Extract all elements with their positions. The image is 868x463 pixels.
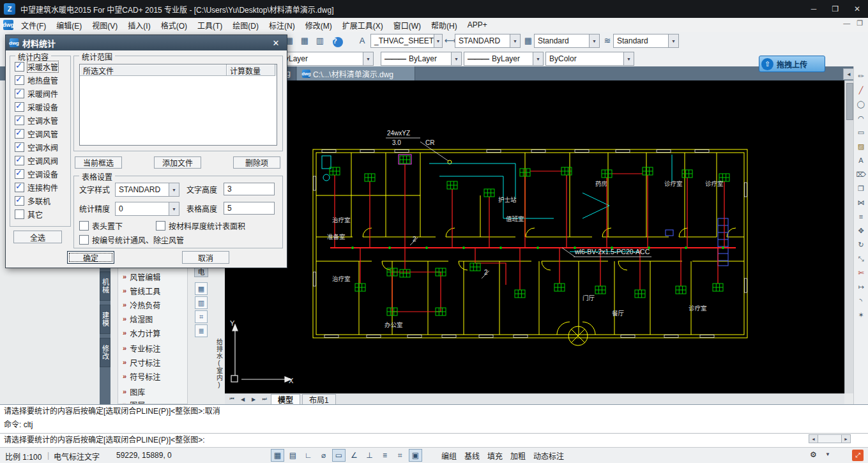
precision-combo[interactable]: 0▼ (115, 202, 179, 216)
command-prompt[interactable]: 请选择要统计的内容后按确定[选取闭合PLINE(P)]<整张图>: (0, 433, 868, 447)
checkbox-connectors[interactable]: 连接构件 (15, 183, 58, 192)
menu-view[interactable]: 视图(V) (87, 19, 123, 32)
offset-icon[interactable]: ≡ (855, 211, 867, 222)
bold-toggle[interactable]: 加粗 (507, 450, 529, 461)
menu-app-plus[interactable]: APP+ (462, 19, 492, 31)
checkbox-by-number[interactable]: 按编号统计通风、除尘风管 (79, 235, 184, 245)
mirror-icon[interactable]: ⋈ (855, 197, 867, 208)
checkbox-header-bottom[interactable]: 表头置下 (79, 221, 123, 231)
select-all-button[interactable]: 全选 (13, 231, 62, 243)
trim-icon[interactable]: ✄ (855, 267, 867, 278)
extend-icon[interactable]: ↦ (855, 281, 867, 292)
polar-toggle-icon[interactable]: ⌀ (317, 449, 330, 462)
erase-icon[interactable]: ⌦ (855, 169, 867, 180)
menu-window[interactable]: 窗口(W) (388, 19, 426, 32)
grid-toggle-icon[interactable]: ▦ (271, 449, 284, 462)
dynamic-dim-toggle[interactable]: 动态标注 (530, 450, 567, 461)
gear-icon[interactable]: ⚙ (810, 450, 817, 459)
dialog-title-bar[interactable]: dwg 材料统计 ✕ (6, 35, 287, 50)
menu-help[interactable]: 帮助(H) (426, 19, 462, 32)
checkbox-ac-water-valve[interactable]: 空调水阀 (15, 142, 58, 152)
menu-item-library[interactable]: »图库 (118, 385, 187, 398)
elec-palette-icon-1[interactable]: ▦ (195, 282, 208, 295)
menu-file[interactable]: 文件(F) (16, 19, 51, 32)
tab-plumbing[interactable]: 给排水(室内) (213, 338, 225, 399)
close-button[interactable]: ✕ (846, 0, 868, 18)
add-file-button[interactable]: 添加文件 (154, 156, 201, 169)
delete-item-button[interactable]: 删除项 (233, 156, 280, 169)
status-caret-icon[interactable]: ▼ (825, 452, 830, 457)
group-toggle[interactable]: 编组 (438, 450, 460, 461)
drag-upload-button[interactable]: ⇧ 拖拽上传 (759, 56, 825, 72)
prev-layout-icon[interactable]: ◀ (238, 397, 247, 402)
checkbox-heating-equipment[interactable]: 采暖设备 (15, 102, 58, 112)
color-combo[interactable]: ———ByLayer ▼ (381, 52, 462, 66)
menu-item-load-calc[interactable]: »冷热负荷 (118, 298, 187, 311)
drawing-canvas[interactable]: 治疗室 准备室 治疗室 办公室 护士站 值班室 药房 诊疗室 诊疗室 门厅 餐厅… (225, 80, 844, 393)
circle-icon[interactable]: ◯ (855, 98, 867, 110)
text-icon[interactable]: A (855, 155, 867, 166)
tab-layout1[interactable]: 布局1 (302, 394, 336, 405)
menu-item-psychrometric[interactable]: »焓湿图 (118, 312, 187, 325)
mline-style-icon[interactable]: ≋ (600, 33, 614, 47)
mline-style-combo[interactable]: Standard▼ (613, 34, 679, 48)
menu-item-duct-edit[interactable]: »风管编辑 (118, 270, 187, 283)
tab-model[interactable]: 模型 (271, 394, 300, 405)
checkbox-heating-valve[interactable]: 采暖阀件 (15, 89, 58, 98)
elec-palette-icon-2[interactable]: ▥ (195, 296, 208, 309)
table-style-icon[interactable]: ▦ (521, 33, 535, 47)
annotation-mode[interactable]: 电气标注文字 (54, 451, 100, 462)
menu-dimension[interactable]: 标注(N) (264, 19, 300, 32)
menu-tools[interactable]: 工具(T) (192, 19, 227, 32)
doc-minimize-icon[interactable]: — (843, 19, 850, 27)
selected-files-list[interactable]: 所选文件 计算数量 (79, 64, 277, 146)
layer-combo[interactable]: ByLayer▼ (276, 52, 374, 66)
menu-item-pipe-tools[interactable]: »管线工具 (118, 284, 187, 297)
dyn-ucs-toggle-icon[interactable]: ⌗ (393, 449, 407, 462)
menu-item-layers[interactable]: »图层 (118, 398, 187, 404)
file-tab-active[interactable]: dwg C:\...\材料清单演示.dwg (297, 66, 415, 80)
fullscreen-icon[interactable]: ⤢ (852, 450, 864, 461)
cancel-button[interactable]: 取消 (182, 251, 229, 264)
menu-item-hydraulic-calc[interactable]: »水力计算 (118, 326, 187, 339)
dialog-text-style-combo[interactable]: STANDARD▼ (115, 183, 179, 197)
menu-modify[interactable]: 修改(M) (300, 19, 337, 32)
osnap-toggle-icon[interactable]: ▭ (332, 449, 346, 462)
doc-restore-icon[interactable]: ❐ (857, 19, 863, 27)
checkbox-other[interactable]: 其它 (15, 209, 43, 219)
lineweight-combo[interactable]: ByColor▼ (545, 52, 634, 66)
help-icon[interactable]: ? (331, 35, 345, 49)
menu-format[interactable]: 格式(O) (156, 19, 192, 32)
pencil-icon[interactable]: ✏ (855, 70, 867, 82)
rectangle-icon[interactable]: ▭ (855, 126, 867, 138)
checkbox-by-thickness[interactable]: 按材料厚度统计表面积 (156, 221, 245, 231)
checkbox-floor-coil[interactable]: 地热盘管 (15, 75, 58, 85)
menu-item-dim-annotate[interactable]: »尺寸标注 (118, 356, 187, 368)
text-style-icon[interactable]: A (355, 33, 369, 47)
scale-icon[interactable]: ⤡ (855, 253, 867, 264)
hatch-icon[interactable]: ▨ (855, 140, 867, 152)
tab-modeling[interactable]: 建模 (100, 305, 110, 334)
next-layout-icon[interactable]: ▶ (249, 397, 258, 402)
menu-insert[interactable]: 插入(I) (123, 19, 155, 32)
ortho-toggle-icon[interactable]: ∟ (301, 449, 315, 462)
menu-express[interactable]: 扩展工具(X) (337, 19, 388, 32)
checkbox-ac-equipment[interactable]: 空调设备 (15, 169, 58, 179)
table-style-combo[interactable]: Standard▼ (534, 34, 600, 48)
checkbox-vrf[interactable]: 多联机 (15, 196, 50, 206)
text-style-combo[interactable]: _THVAC_SHEET▼ (370, 34, 443, 48)
move-icon[interactable]: ✥ (855, 225, 867, 236)
linetype-combo[interactable]: ———ByLayer ▼ (464, 52, 544, 66)
checkbox-ac-damper[interactable]: 空调风阀 (15, 156, 58, 165)
first-layout-icon[interactable]: ⏮ (227, 396, 236, 402)
sheet-view-icon[interactable]: ▦ (298, 33, 312, 47)
model-space-icon[interactable]: ▣ (409, 449, 422, 462)
dialog-close-icon[interactable]: ✕ (269, 37, 283, 49)
dyn-toggle-icon[interactable]: ⊥ (363, 449, 376, 462)
current-selection-button[interactable]: 当前框选 (75, 156, 122, 169)
rotate-icon[interactable]: ↻ (855, 239, 867, 250)
tab-modify[interactable]: 修改 (100, 338, 110, 367)
command-line-area[interactable]: 请选择要统计的内容后按确定[选取闭合PLINE(P)]<整张图>:取消 命令: … (0, 404, 868, 447)
menu-item-symbol-annotate[interactable]: »符号标注 (118, 370, 187, 383)
fillet-icon[interactable]: ◝ (855, 295, 867, 307)
